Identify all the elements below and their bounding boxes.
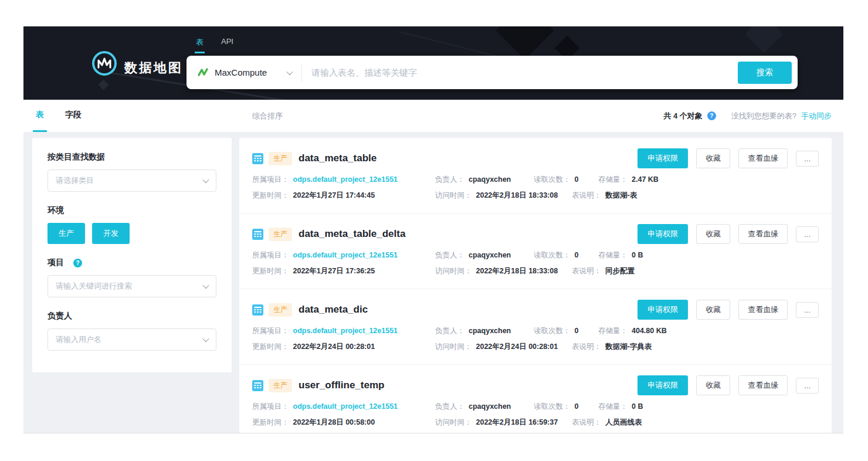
search-bar: MaxCompute 搜索 (187, 56, 798, 89)
result-toolbar: 表 字段 综合排序 共 4 个对象 ? 没找到您想要的表? 手动同步 (23, 100, 843, 132)
accessed-value: 2022年2月24日 00:28:01 (476, 341, 558, 352)
project-field-label: 所属项目： (252, 326, 289, 336)
storage-field-label: 存储量： (598, 326, 628, 336)
updated-value: 2022年2月24日 00:28:01 (293, 341, 375, 352)
reads-field-label: 读取次数： (534, 250, 571, 260)
owner-value: cpaqyxchen (469, 174, 511, 185)
table-row: 生产 data_meta_table 申请权限 收藏 查看血缘 ... 所属项目… (239, 138, 832, 213)
app-frame: 数据地图 表 API MaxCompute 搜索 表 字段 (23, 26, 843, 433)
reads-value: 0 (575, 326, 579, 336)
favorite-button[interactable]: 收藏 (696, 224, 730, 244)
env-badge: 生产 (269, 303, 292, 317)
table-name-link[interactable]: data_meta_dic (299, 304, 368, 316)
accessed-value: 2022年2月18日 18:33:08 (476, 266, 558, 276)
owner-select-placeholder: 请输入用户名 (56, 334, 101, 345)
owner-field-label: 负责人： (435, 326, 464, 336)
view-lineage-button[interactable]: 查看血缘 (738, 300, 788, 320)
favorite-button[interactable]: 收藏 (696, 375, 730, 395)
storage-field-label: 存储量： (598, 174, 628, 185)
project-link[interactable]: odps.default_project_12e1551 (293, 401, 398, 412)
updated-field-label: 更新时间： (252, 341, 289, 352)
reads-value: 0 (575, 174, 579, 185)
storage-value: 0 B (632, 401, 643, 412)
updated-value: 2022年1月27日 17:44:45 (293, 190, 375, 201)
env-badge: 生产 (269, 379, 292, 392)
owner-field-label: 负责人： (435, 250, 464, 260)
desc-field-label: 表说明： (572, 417, 601, 428)
updated-field-label: 更新时间： (252, 266, 289, 276)
favorite-button[interactable]: 收藏 (696, 300, 730, 320)
search-button[interactable]: 搜索 (738, 62, 792, 84)
owner-field-label: 负责人： (435, 401, 464, 412)
header-decoration (745, 26, 783, 53)
tab-tables[interactable]: 表 (33, 100, 47, 132)
updated-field-label: 更新时间： (252, 190, 289, 201)
project-help-icon[interactable]: ? (73, 259, 82, 267)
view-lineage-button[interactable]: 查看血缘 (738, 375, 788, 395)
content-area: 按类目查找数据 请选择类目 环境 生产 开发 项目 ? (23, 132, 843, 433)
tab-fields[interactable]: 字段 (62, 100, 84, 132)
category-select[interactable]: 请选择类目 (48, 170, 216, 192)
project-filter: 项目 ? 请输入关键词进行搜索 (48, 257, 216, 297)
more-actions-button[interactable]: ... (796, 378, 819, 394)
desc-field-label: 表说明： (572, 266, 601, 276)
env-production-button[interactable]: 生产 (48, 223, 85, 244)
view-lineage-button[interactable]: 查看血缘 (738, 148, 788, 168)
header-decoration (496, 26, 554, 59)
desc-value: 人员画线表 (605, 417, 642, 428)
result-tabs: 表 字段 (33, 100, 84, 132)
header-decoration (98, 79, 108, 90)
view-lineage-button[interactable]: 查看血缘 (738, 224, 788, 244)
more-actions-button[interactable]: ... (796, 151, 819, 167)
table-name-link[interactable]: data_meta_table_delta (299, 228, 405, 240)
engine-select[interactable]: MaxCompute (187, 67, 301, 79)
reads-value: 0 (575, 401, 579, 412)
project-field-label: 所属项目： (252, 250, 289, 260)
apply-permission-button[interactable]: 申请权限 (638, 224, 688, 244)
more-actions-button[interactable]: ... (796, 302, 819, 318)
table-row: 生产 user_offline_temp 申请权限 收藏 查看血缘 ... 所属… (239, 365, 832, 433)
category-label: 按类目查找数据 (48, 152, 216, 162)
apply-permission-button[interactable]: 申请权限 (638, 375, 688, 395)
reads-value: 0 (575, 250, 579, 260)
search-input[interactable] (302, 67, 738, 77)
project-link[interactable]: odps.default_project_12e1551 (293, 174, 398, 185)
manual-sync-link[interactable]: 手动同步 (801, 111, 832, 121)
owner-field-label: 负责人： (435, 174, 464, 185)
header-tabs: 表 API (195, 36, 235, 53)
category-filter: 按类目查找数据 请选择类目 (48, 152, 216, 192)
apply-permission-button[interactable]: 申请权限 (638, 300, 688, 320)
reads-field-label: 读取次数： (534, 401, 571, 412)
engine-select-value: MaxCompute (215, 67, 282, 77)
project-link[interactable]: odps.default_project_12e1551 (293, 250, 398, 260)
project-field-label: 所属项目： (252, 174, 289, 185)
owner-value: cpaqyxchen (469, 401, 511, 412)
storage-value: 0 B (632, 250, 643, 260)
favorite-button[interactable]: 收藏 (696, 148, 730, 168)
table-name-link[interactable]: data_meta_table (299, 152, 377, 164)
table-icon (252, 153, 263, 164)
chevron-down-icon (202, 177, 209, 183)
more-actions-button[interactable]: ... (796, 226, 819, 242)
owner-filter: 负责人 请输入用户名 (48, 311, 216, 351)
desc-value: 数据湖-表 (605, 190, 637, 201)
table-name-link[interactable]: user_offline_temp (299, 379, 384, 391)
app-header: 数据地图 表 API MaxCompute 搜索 (23, 26, 843, 100)
apply-permission-button[interactable]: 申请权限 (638, 148, 688, 168)
storage-field-label: 存储量： (598, 401, 628, 412)
header-tab-api[interactable]: API (220, 36, 235, 53)
object-count: 共 4 个对象 (663, 111, 702, 121)
count-help-icon[interactable]: ? (707, 111, 716, 120)
updated-field-label: 更新时间： (252, 417, 289, 428)
env-development-button[interactable]: 开发 (92, 223, 130, 244)
project-select[interactable]: 请输入关键词进行搜索 (48, 275, 216, 297)
project-label: 项目 (48, 257, 64, 268)
header-tab-table[interactable]: 表 (195, 36, 205, 53)
owner-select[interactable]: 请输入用户名 (48, 328, 216, 351)
sort-selector[interactable]: 综合排序 (252, 111, 283, 121)
environment-label: 环境 (48, 205, 216, 216)
accessed-field-label: 访问时间： (435, 417, 472, 428)
env-badge: 生产 (269, 152, 292, 165)
project-link[interactable]: odps.default_project_12e1551 (293, 326, 398, 336)
result-summary: 共 4 个对象 ? 没找到您想要的表? 手动同步 (663, 111, 832, 121)
